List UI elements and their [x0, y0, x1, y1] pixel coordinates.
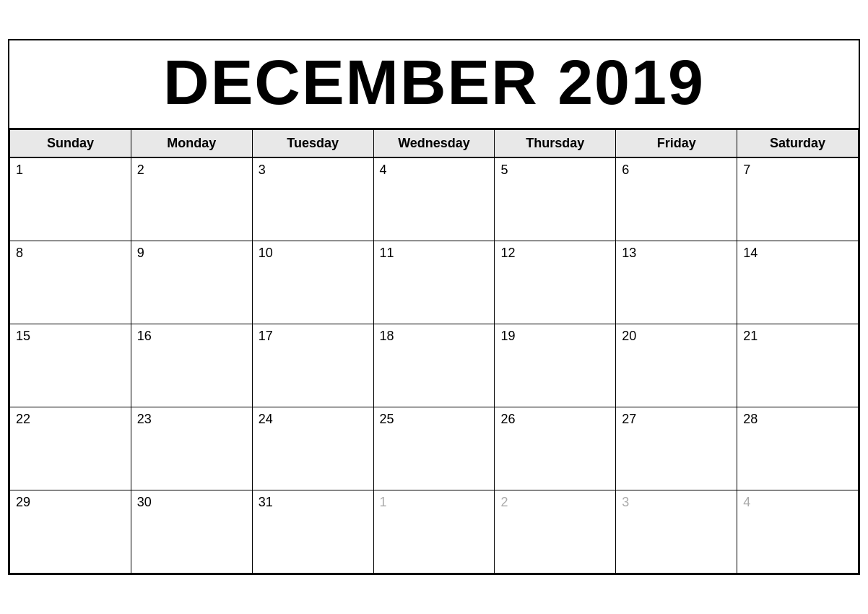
table-row: 2 — [495, 490, 616, 574]
table-row: 6 — [616, 158, 737, 241]
header-monday: Monday — [131, 129, 253, 158]
table-row: 26 — [495, 407, 616, 490]
table-row: 23 — [131, 407, 253, 490]
table-row: 2 — [131, 158, 253, 241]
table-row: 18 — [374, 324, 495, 407]
table-row: 12 — [495, 241, 616, 324]
table-row: 24 — [253, 407, 374, 490]
table-row: 29 — [10, 490, 131, 574]
table-row: 4 — [737, 490, 859, 574]
table-row: 14 — [737, 241, 859, 324]
header-thursday: Thursday — [495, 129, 616, 158]
table-row: 31 — [253, 490, 374, 574]
header-friday: Friday — [616, 129, 737, 158]
table-row: 4 — [374, 158, 495, 241]
table-row: 11 — [374, 241, 495, 324]
table-row: 10 — [253, 241, 374, 324]
table-row: 30 — [131, 490, 253, 574]
header-sunday: Sunday — [10, 129, 131, 158]
header-wednesday: Wednesday — [374, 129, 495, 158]
table-row: 27 — [616, 407, 737, 490]
table-row: 13 — [616, 241, 737, 324]
table-row: 20 — [616, 324, 737, 407]
table-row: 25 — [374, 407, 495, 490]
table-row: 9 — [131, 241, 253, 324]
table-row: 3 — [616, 490, 737, 574]
table-row: 19 — [495, 324, 616, 407]
table-row: 21 — [737, 324, 859, 407]
table-row: 16 — [131, 324, 253, 407]
table-row: 1 — [374, 490, 495, 574]
table-row: 5 — [495, 158, 616, 241]
table-row: 28 — [737, 407, 859, 490]
calendar: DECEMBER 2019 Sunday Monday Tuesday Wedn… — [8, 39, 860, 576]
table-row: 3 — [253, 158, 374, 241]
table-row: 22 — [10, 407, 131, 490]
table-row: 8 — [10, 241, 131, 324]
calendar-title: DECEMBER 2019 — [9, 40, 859, 130]
table-row: 7 — [737, 158, 859, 241]
table-row: 17 — [253, 324, 374, 407]
header-tuesday: Tuesday — [253, 129, 374, 158]
table-row: 1 — [10, 158, 131, 241]
header-saturday: Saturday — [737, 129, 859, 158]
calendar-grid: Sunday Monday Tuesday Wednesday Thursday… — [9, 129, 859, 574]
table-row: 15 — [10, 324, 131, 407]
